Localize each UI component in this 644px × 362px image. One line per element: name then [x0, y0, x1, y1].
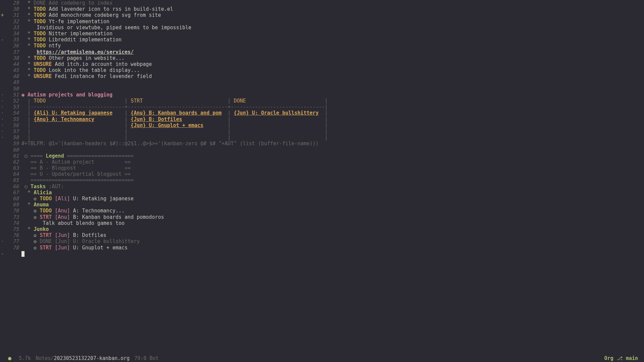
buffer-content[interactable]: * DONE Add codeberg to index * TODO Add …: [21, 0, 644, 354]
code-line[interactable]: Invidious or viewtube, piped seems to be…: [21, 25, 644, 31]
code-line[interactable]: |-------------------------------+-------…: [21, 104, 644, 110]
code-line[interactable]: [21, 147, 644, 153]
code-line[interactable]: | | {Jun} U: Gnuplot + emacs | |: [21, 122, 644, 128]
code-line[interactable]: ○ ==== Legend ======================: [21, 153, 644, 159]
kanban-card-link[interactable]: {Jun} U: Oracle bullshittery: [234, 110, 319, 116]
kanban-card-link[interactable]: {Anu} A: Technomancy: [34, 116, 94, 122]
code-line[interactable]: * TODO Libreddit implementation: [21, 37, 644, 43]
code-line[interactable]: * UNSURE Add itch.io account into webpag…: [21, 61, 644, 67]
code-line[interactable]: | TODO | STRT | DONE |: [21, 98, 644, 104]
code-line[interactable]: ✿ DONE [Jun] U: Oracle bullshittery: [21, 238, 644, 244]
code-line[interactable]: [21, 86, 644, 92]
code-line[interactable]: | {Anu} A: Technomancy | {Jun} B: Dotfil…: [21, 116, 644, 122]
code-line[interactable]: * TODO Add monochrome codeberg svg from …: [21, 12, 644, 18]
code-line[interactable]: * TODO ntfy: [21, 43, 644, 49]
code-line[interactable]: * Junko: [21, 226, 644, 232]
code-line[interactable]: == B - Blogpost ==: [21, 165, 644, 171]
buffer-filename: 20230523132207-kanban.org: [54, 355, 130, 361]
code-line[interactable]: ✿ STRT [Jun] B: Dotfiles: [21, 232, 644, 238]
kanban-card-link[interactable]: {Jun} B: Dotfiles: [131, 116, 182, 122]
code-line[interactable]: ==================================: [21, 177, 644, 183]
code-line[interactable]: * Anuma: [21, 202, 644, 208]
code-line[interactable]: | {Ali} U: Retaking japanese | {Anu} B: …: [21, 110, 644, 116]
code-line[interactable]: * UNSURE Fedi instance for lavender fiel…: [21, 73, 644, 79]
modified-indicator-icon: [8, 357, 11, 360]
code-line[interactable]: == U - Update/partial blogpost ==: [21, 171, 644, 177]
code-line[interactable]: ○ Tasks :AUT:: [21, 184, 644, 190]
code-line[interactable]: * TODO Look into the table display...: [21, 67, 644, 73]
code-line[interactable]: Talk about blendo games too: [21, 220, 644, 226]
kanban-card-link[interactable]: {Ali} U: Retaking japanese: [34, 110, 112, 116]
code-line[interactable]: == A - Autism project ==: [21, 159, 644, 165]
code-line[interactable]: ✿ TODO [Anu] A: Technomancy...: [21, 208, 644, 214]
code-line[interactable]: * Alicia: [21, 190, 644, 196]
git-branch: main: [626, 355, 638, 361]
mode-line: 5.7k Notes/20230523132207-kanban.org 79:…: [0, 355, 644, 362]
major-mode: Org: [604, 355, 613, 361]
code-line[interactable]: ◉ Autism projects and blogging: [21, 92, 644, 98]
code-line[interactable]: * DONE Add codeberg to index: [21, 0, 644, 6]
code-line[interactable]: * TODO Other pages in website...: [21, 55, 644, 61]
git-branch-icon: ⎇: [617, 355, 623, 361]
kanban-card-link[interactable]: {Jun} U: Gnuplot + emacs: [131, 122, 203, 128]
code-line[interactable]: * TODO Nitter implementation: [21, 31, 644, 37]
text-cursor: [21, 251, 25, 257]
code-line[interactable]: [21, 79, 644, 85]
editor-buffer[interactable]: +-·········- 293031323334353637384445484…: [0, 0, 644, 354]
code-line[interactable]: ✿ TODO [Ali] U: Retaking japanese: [21, 196, 644, 202]
code-line[interactable]: https://artemislena.eu/services/: [21, 49, 644, 55]
code-line[interactable]: ✿ STRT [Jun] U: Gnuplot + emacs: [21, 245, 644, 251]
line-number-gutter: 2930313233343536373844454849505152535455…: [5, 0, 21, 354]
code-line[interactable]: ✿ STRT [Anu] B: Kanban boards and pomodo…: [21, 214, 644, 220]
code-line[interactable]: * TODO Add lavender icon to rss in build…: [21, 6, 644, 12]
diff-indicator-column: +-·········-: [0, 0, 5, 354]
kanban-card-link[interactable]: {Anu} B: Kanban boards and pom: [131, 110, 222, 116]
cursor-position: 79:0 Bot: [134, 355, 158, 361]
code-line[interactable]: | | | |: [21, 128, 644, 134]
buffer-path-prefix: Notes/: [36, 355, 54, 361]
url-link[interactable]: https://artemislena.eu/services/: [37, 49, 134, 55]
code-line[interactable]: #+TBLFM: @1='(kanban-headers $#)::@2$1..…: [21, 140, 644, 147]
code-line[interactable]: | | | |: [21, 134, 644, 140]
code-line[interactable]: * TODO Yt-fe implementation: [21, 18, 644, 25]
buffer-size: 5.7k: [19, 355, 31, 361]
